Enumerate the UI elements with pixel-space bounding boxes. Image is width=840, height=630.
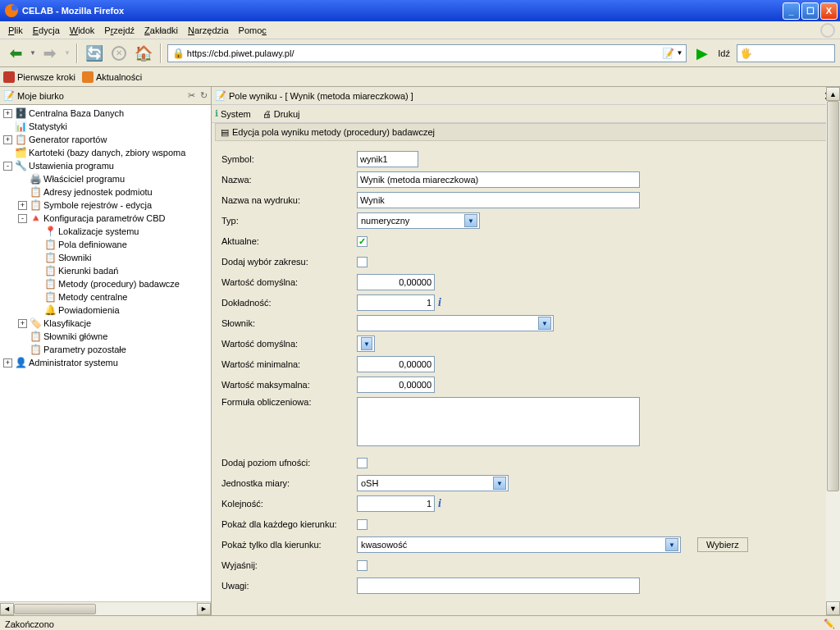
tree-node-icon: 📍: [43, 225, 57, 238]
expand-icon[interactable]: +: [3, 358, 12, 368]
tree-node-icon: 🔧: [14, 159, 27, 172]
tree-item[interactable]: 🔔Powiadomienia: [0, 304, 211, 317]
sidebar-horizontal-scrollbar[interactable]: ◄ ►: [0, 601, 211, 615]
tree-item[interactable]: 📋Pola definiowane: [0, 238, 211, 251]
info-icon[interactable]: i: [438, 296, 441, 309]
menu-file[interactable]: Plik: [3, 24, 28, 37]
tree-item[interactable]: -🔺Konfiguracja parametrów CBD: [0, 212, 211, 225]
url-input[interactable]: [187, 48, 663, 58]
content-vertical-scrollbar[interactable]: ▲ ▼: [826, 87, 840, 615]
system-icon: ℹ: [215, 108, 218, 119]
tree-item[interactable]: 📋Słowniki główne: [0, 330, 211, 343]
input-nazwa[interactable]: [357, 171, 640, 188]
select-jednostka[interactable]: oSH▼: [357, 475, 509, 491]
tree-item[interactable]: 📋Adresy jednostek podmiotu: [0, 185, 211, 199]
scroll-up-button[interactable]: ▲: [826, 87, 840, 101]
checkbox-wyjasnij[interactable]: [357, 560, 368, 571]
tree-item[interactable]: 🖨️Właściciel programu: [0, 172, 211, 185]
sidebar-action-2[interactable]: ↻: [200, 90, 208, 101]
go-label: Idź: [718, 48, 730, 58]
home-button[interactable]: 🏠: [133, 43, 154, 64]
tree-item[interactable]: -🔧Ustawienia programu: [0, 159, 211, 172]
tree-item[interactable]: 📋Metody (procedury) badawcze: [0, 277, 211, 290]
lock-icon: 🔒: [172, 48, 185, 59]
label-typ: Typ:: [221, 216, 357, 226]
menu-edit[interactable]: Edycja: [28, 24, 65, 37]
expand-icon[interactable]: +: [18, 201, 27, 210]
select-wart-dom2[interactable]: ▼: [357, 336, 375, 352]
tree-item[interactable]: 📋Słowniki: [0, 251, 211, 264]
tree-node-icon: 📋: [43, 251, 57, 264]
system-menu[interactable]: ℹ System: [215, 108, 251, 119]
scroll-thumb[interactable]: [827, 101, 839, 491]
menu-help[interactable]: Pomoc: [234, 24, 272, 37]
sidebar-action-1[interactable]: ✂: [188, 90, 195, 101]
tree-item[interactable]: +🗄️Centralna Baza Danych: [0, 107, 211, 120]
sidebar-header: 📝 Moje biurko ✂ ↻: [0, 87, 211, 105]
input-symbol[interactable]: [357, 151, 418, 167]
search-box[interactable]: 🖐️: [737, 44, 835, 62]
tree-item[interactable]: 📊Statystyki: [0, 120, 211, 133]
bookmark-news[interactable]: Aktualności: [82, 71, 142, 83]
collapse-icon[interactable]: -: [3, 162, 12, 171]
status-pencil-icon[interactable]: ✏️: [824, 619, 835, 629]
tree-item[interactable]: 🗂️Kartoteki (bazy danych, zbiory wspoma: [0, 146, 211, 159]
input-wart-max[interactable]: [357, 377, 435, 393]
tree-item[interactable]: 📍Lokalizacje systemu: [0, 225, 211, 238]
tree-item[interactable]: 📋Metody centralne: [0, 290, 211, 304]
input-uwagi[interactable]: [357, 578, 640, 594]
tree-node-icon: 📋: [43, 238, 57, 251]
textarea-formula[interactable]: [357, 397, 640, 446]
tree-view[interactable]: +🗄️Centralna Baza Danych📊Statystyki+📋Gen…: [0, 105, 211, 601]
menu-view[interactable]: Widok: [65, 24, 100, 37]
bookmark-first-steps[interactable]: Pierwsze kroki: [3, 71, 75, 83]
close-button[interactable]: X: [820, 2, 838, 20]
input-nazwa-wydruk[interactable]: [357, 192, 640, 208]
reload-button[interactable]: 🔄: [84, 43, 105, 64]
scroll-left-button[interactable]: ◄: [0, 603, 14, 615]
select-slownik[interactable]: ▼: [357, 315, 554, 331]
navigation-toolbar: ⬅ ▼ ➡ ▼ 🔄 ✕ 🏠 🔒 📝 ▼ ▶ Idź 🖐️: [0, 39, 840, 67]
menu-bookmarks[interactable]: Zakładki: [139, 24, 183, 37]
expand-icon[interactable]: +: [3, 135, 12, 144]
expand-icon[interactable]: +: [18, 319, 27, 328]
expand-icon[interactable]: +: [3, 109, 12, 118]
scroll-thumb[interactable]: [14, 604, 96, 614]
back-button[interactable]: ⬅: [5, 43, 26, 64]
tree-node-icon: 🗂️: [14, 146, 27, 159]
go-button[interactable]: ▶: [692, 43, 713, 64]
input-dokladnosc[interactable]: [357, 294, 435, 311]
minimize-button[interactable]: _: [783, 2, 800, 20]
checkbox-dodaj-zakres[interactable]: [357, 257, 368, 267]
menu-tools[interactable]: Narzędzia: [183, 24, 234, 37]
checkbox-poziom-ufn[interactable]: [357, 458, 368, 468]
tree-item[interactable]: +🏷️Klasyfikacje: [0, 317, 211, 330]
back-dropdown[interactable]: ▼: [30, 49, 36, 57]
scroll-down-button[interactable]: ▼: [826, 601, 840, 615]
input-wart-min[interactable]: [357, 356, 435, 372]
info-icon[interactable]: i: [438, 497, 441, 510]
wybierz-button[interactable]: Wybierz: [697, 537, 748, 552]
scroll-right-button[interactable]: ►: [197, 603, 211, 615]
tree-item[interactable]: +📋Symbole rejestrów - edycja: [0, 199, 211, 212]
print-menu[interactable]: 🖨 Drukuj: [262, 109, 300, 119]
maximize-button[interactable]: ☐: [801, 2, 819, 20]
input-wart-dom[interactable]: [357, 274, 435, 290]
search-engine-icon[interactable]: 🖐️: [740, 48, 752, 59]
url-bar[interactable]: 🔒 📝 ▼: [167, 44, 687, 62]
tree-item[interactable]: +📋Generator raportów: [0, 133, 211, 146]
tree-item[interactable]: 📋Parametry pozostałe: [0, 343, 211, 356]
menu-go[interactable]: Przejdź: [99, 24, 139, 37]
collapse-icon[interactable]: -: [18, 214, 27, 223]
checkbox-aktualne[interactable]: ✓: [357, 236, 368, 247]
tree-node-icon: 📋: [43, 277, 57, 290]
edit-icon[interactable]: 📝: [662, 48, 674, 59]
input-kolejnosc[interactable]: [357, 495, 435, 512]
select-tylko-kier[interactable]: kwasowość▼: [357, 536, 681, 553]
url-dropdown[interactable]: ▼: [676, 49, 682, 57]
tree-node-label: Statystyki: [29, 121, 67, 131]
tree-item[interactable]: 📋Kierunki badań: [0, 264, 211, 277]
tree-item[interactable]: +👤Administrator systemu: [0, 356, 211, 369]
checkbox-kazdy-kier[interactable]: [357, 519, 368, 530]
select-typ[interactable]: numeryczny▼: [357, 212, 480, 229]
